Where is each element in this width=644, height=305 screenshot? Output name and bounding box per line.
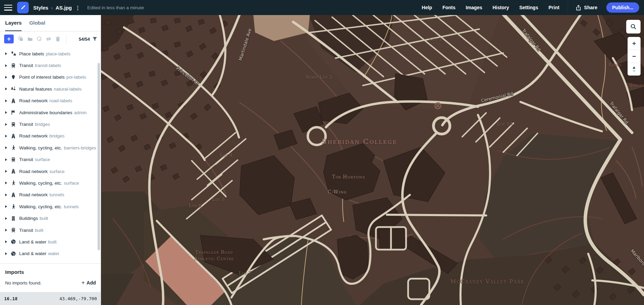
sidebar: Layers Global + 54/54 Place labelsplace-… xyxy=(0,15,101,292)
layer-row[interactable]: Walking, cycling, etc.surface xyxy=(0,177,101,189)
expand-caret-icon[interactable] xyxy=(5,52,7,55)
topbar: Styles › AS.jpg ⋮ Edited in less than a … xyxy=(0,0,644,15)
layer-name: Transit xyxy=(19,157,33,162)
compass-button[interactable] xyxy=(628,63,641,76)
layer-list: Place labelsplace-labelsTransittransit-l… xyxy=(0,48,101,279)
layer-row[interactable]: Transitbuilt xyxy=(0,224,101,236)
breadcrumb-style-name[interactable]: AS.jpg xyxy=(55,5,72,11)
building-icon xyxy=(11,216,16,221)
layer-row[interactable]: Walking, cycling, etc.barriers-bridges xyxy=(0,142,101,154)
layer-row[interactable]: Transittransit-labels xyxy=(0,59,101,71)
layer-name: Transit xyxy=(19,63,33,68)
expand-caret-icon[interactable] xyxy=(5,158,7,161)
layer-group-id: tunnels xyxy=(64,204,79,209)
layer-row[interactable]: Road networkroad-labels xyxy=(0,95,101,107)
expand-caret-icon[interactable] xyxy=(5,100,7,102)
layer-row[interactable]: Buildingsbuilt xyxy=(0,212,101,224)
compass-needle-icon xyxy=(632,66,636,73)
expand-caret-icon[interactable] xyxy=(5,135,7,137)
layer-row[interactable]: Transitbridges xyxy=(0,118,101,130)
layer-row[interactable]: Natural featuresnatural-labels xyxy=(0,83,101,95)
layer-row[interactable]: Land & waterbuilt xyxy=(0,236,101,248)
layer-row[interactable]: Walking, cycling, etc.tunnels xyxy=(0,201,101,212)
group-layers-icon[interactable] xyxy=(27,36,33,42)
layer-row[interactable]: Land & waterwater xyxy=(0,248,101,260)
expand-caret-icon[interactable] xyxy=(5,182,7,184)
tab-global[interactable]: Global xyxy=(29,20,45,31)
expand-caret-icon[interactable] xyxy=(5,217,7,220)
expand-caret-icon[interactable] xyxy=(5,64,7,67)
zoom-in-button[interactable]: + xyxy=(628,37,641,50)
map-search-button[interactable] xyxy=(626,20,641,34)
layer-name: Road network xyxy=(19,133,48,138)
select-on-map-icon[interactable] xyxy=(36,36,42,42)
expand-caret-icon[interactable] xyxy=(5,205,7,208)
duplicate-layer-icon[interactable] xyxy=(18,36,24,42)
menu-icon[interactable] xyxy=(4,5,12,11)
imports-section: Imports No imports found. + Add xyxy=(0,263,101,286)
delete-layer-icon[interactable] xyxy=(55,36,61,42)
expand-caret-icon[interactable] xyxy=(5,146,7,149)
nav-settings[interactable]: Settings xyxy=(519,5,538,10)
layer-group-id: surface xyxy=(35,157,50,162)
expand-caret-icon[interactable] xyxy=(5,123,7,126)
expand-caret-icon[interactable] xyxy=(5,76,7,79)
hide-layer-icon[interactable] xyxy=(46,36,52,42)
layer-row[interactable]: Road networksurface xyxy=(0,165,101,177)
zoom-out-button[interactable]: − xyxy=(628,50,641,63)
layer-name: Transit xyxy=(19,122,33,127)
walking-icon xyxy=(11,145,16,150)
nav-help[interactable]: Help xyxy=(422,5,432,10)
expand-caret-icon[interactable] xyxy=(5,229,7,231)
layer-row[interactable]: Place labelsplace-labels xyxy=(0,48,101,59)
style-options-icon[interactable]: ⋮ xyxy=(75,5,80,10)
plus-icon: + xyxy=(81,279,85,286)
map-canvas[interactable]: Lot 1Staff Lot 2Trafalgar RdMartindale A… xyxy=(101,15,644,305)
layer-row[interactable]: Road networktunnels xyxy=(0,189,101,201)
layer-name: Place labels xyxy=(19,51,44,56)
expand-caret-icon[interactable] xyxy=(5,111,7,114)
expand-caret-icon[interactable] xyxy=(5,252,7,255)
layer-group-id: surface xyxy=(49,169,64,174)
layer-row[interactable]: Road networkbridges xyxy=(0,130,101,142)
publish-button[interactable]: Publish... xyxy=(606,2,639,13)
layer-group-id: barriers-bridges xyxy=(64,145,97,150)
layers-toolbar: + 54/54 xyxy=(0,31,101,47)
nav-print[interactable]: Print xyxy=(548,5,559,10)
expand-caret-icon[interactable] xyxy=(5,240,7,243)
share-button[interactable]: Share xyxy=(576,5,597,11)
nav-history[interactable]: History xyxy=(492,5,509,10)
expand-caret-icon[interactable] xyxy=(5,170,7,173)
layer-row[interactable]: Point of interest labelspoi-labels xyxy=(0,71,101,83)
layer-list-scrollbar[interactable] xyxy=(98,63,100,250)
nav-fonts[interactable]: Fonts xyxy=(442,5,455,10)
add-layer-button[interactable]: + xyxy=(4,35,14,43)
nav-images[interactable]: Images xyxy=(466,5,482,10)
layer-group-id: built xyxy=(40,216,48,221)
style-editor-logo[interactable] xyxy=(17,2,29,13)
expand-caret-icon[interactable] xyxy=(5,194,7,196)
layer-row[interactable]: Administrative boundariesadmin xyxy=(0,107,101,118)
topbar-divider xyxy=(568,0,568,15)
landwater-icon xyxy=(11,251,16,256)
road-icon xyxy=(11,133,16,139)
layer-group-id: tunnels xyxy=(49,192,64,197)
layer-name: Walking, cycling, etc. xyxy=(19,204,62,209)
map-coordinates: 43.469,-79.700 xyxy=(59,296,97,301)
layer-group-id: place-labels xyxy=(46,51,71,56)
zoom-level: 16.18 xyxy=(4,296,17,301)
breadcrumb-styles[interactable]: Styles xyxy=(33,5,48,11)
layer-row[interactable]: Transitsurface xyxy=(0,154,101,165)
layer-group-id: built xyxy=(35,228,43,233)
layer-name: Road network xyxy=(19,192,48,197)
filter-layers-icon[interactable] xyxy=(92,36,98,42)
add-import-button[interactable]: + Add xyxy=(81,279,96,286)
tab-layers[interactable]: Layers xyxy=(5,20,22,31)
layer-name: Natural features xyxy=(19,87,52,92)
poi-icon xyxy=(11,75,16,80)
layer-group-id: water xyxy=(48,251,60,256)
layer-name: Road network xyxy=(19,169,48,174)
admin-icon xyxy=(11,110,16,115)
expand-caret-icon[interactable] xyxy=(5,88,7,90)
paintbrush-icon xyxy=(20,4,26,11)
